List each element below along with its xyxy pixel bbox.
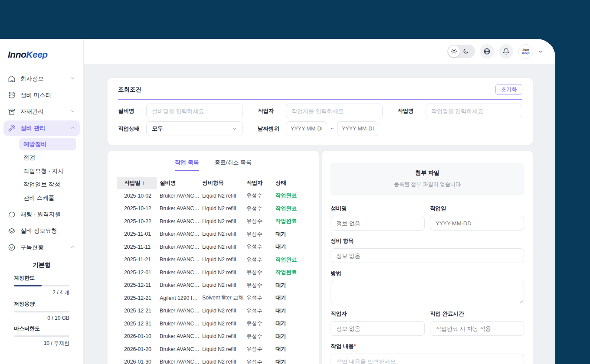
sidebar-item-equipment-info-request[interactable]: 설비 정보요청 (3, 223, 80, 239)
table-row[interactable]: 2025-10-22 Bruker AVANCE III ... Liquid … (117, 215, 310, 228)
cell-maintenance-item: Liquid N2 refill (200, 244, 244, 250)
status-badge: 작업완료 (273, 256, 310, 263)
sidebar-item-subscription[interactable]: 구독현황 (3, 240, 80, 255)
cell-maintenance-item: Liquid N2 refill (200, 282, 244, 288)
detail-equipment-input[interactable] (331, 216, 425, 231)
search-conditions-panel: 조회조건 초기화 설비명 작업자 작업명 (108, 78, 533, 145)
table-row[interactable]: 2025-12-21 Bruker AVANCE III ... Liquid … (117, 305, 310, 318)
job-filter-label: 작업명 (397, 107, 426, 115)
table-row[interactable]: 2025-12-11 Bruker AVANCE III ... Liquid … (117, 279, 310, 292)
detail-method-textarea[interactable] (331, 281, 524, 303)
table-row[interactable]: 2025-12-01 Bruker AVANCE III ... Liquid … (117, 266, 310, 279)
column-header-equipment[interactable]: 설비명 (157, 179, 200, 187)
metric-value: 2 / 4 개 (14, 289, 69, 296)
sidebar: InnoKeep 회사정보 설비 마스터 자재관리 설비 관리 (0, 39, 84, 364)
sidebar-item-label: 설비 마스터 (20, 91, 75, 99)
column-header-work-date-sorted[interactable]: 작업일 ↑ (117, 177, 157, 189)
column-header-status[interactable]: 상태 (273, 179, 310, 187)
sidebar-submenu-item[interactable]: 작업요청 · 지시 (19, 165, 76, 177)
attachments-dropzone[interactable]: 첨부 파일 등록된 첨부 파일이 없습니다 (331, 163, 524, 195)
sidebar-submenu-item[interactable]: 관리 스케줄 (19, 192, 76, 204)
user-menu-button[interactable] (538, 49, 544, 55)
cell-equipment: Bruker AVANCE III ... (157, 359, 200, 364)
subscription-metric: 마스터한도 10 / 무제한 (14, 325, 69, 347)
table-row[interactable]: 2025-10-02 Bruker AVANCE III ... Liquid … (117, 189, 310, 202)
detail-maintenance-item-input[interactable] (331, 248, 524, 263)
subscription-metric: 계정한도 2 / 4 개 (14, 274, 69, 296)
cell-worker: 유성수 (244, 345, 273, 353)
status-filter-label: 작업상태 (118, 125, 146, 133)
table-row[interactable]: 2026-01-10 Bruker AVANCE III ... Liquid … (117, 330, 310, 343)
bell-icon (502, 48, 510, 55)
tools-icon (8, 124, 16, 132)
sidebar-submenu-item[interactable]: 작업일보 작성 (19, 178, 76, 191)
theme-toggle[interactable] (447, 45, 475, 58)
detail-work-content-textarea[interactable] (331, 354, 524, 364)
sidebar-item-equipment-mgmt[interactable]: 설비 관리 (3, 120, 80, 136)
table-row[interactable]: 2025-11-21 Bruker AVANCE III ... Liquid … (117, 254, 310, 266)
metric-value: 10 / 무제한 (14, 340, 69, 347)
cell-equipment: Bruker AVANCE III ... (157, 333, 200, 339)
sidebar-item-chat-remote[interactable]: 채팅 · 원격지원 (3, 207, 80, 222)
table-row[interactable]: 2026-01-30 Bruker AVANCE III ... Liquid … (117, 356, 310, 364)
main-area: Inno Keep 조회조건 초기화 설비명 (84, 39, 555, 364)
detail-complete-time-input[interactable] (430, 321, 524, 336)
table-row[interactable]: 2025-11-11 Bruker AVANCE III ... Liquid … (117, 240, 310, 254)
cell-maintenance-item: Liquid N2 refill (200, 333, 244, 339)
date-from-input[interactable] (286, 121, 327, 136)
tab-work-list[interactable]: 작업 목록 (175, 159, 199, 171)
notifications-button[interactable] (499, 44, 513, 58)
detail-worker-input[interactable] (331, 321, 425, 336)
sidebar-item-material-mgmt[interactable]: 자재관리 (3, 104, 80, 120)
detail-maintenance-item-label: 정비 항목 (331, 237, 524, 245)
cell-worker: 유성수 (244, 243, 273, 250)
status-badge: 대기 (273, 231, 310, 238)
date-range-label: 날짜범위 (258, 125, 286, 133)
status-badge: 작업완료 (273, 269, 310, 276)
table-row[interactable]: 2025-10-12 Bruker AVANCE III ... Liquid … (117, 202, 310, 215)
cell-maintenance-item: Liquid N2 refill (200, 231, 244, 237)
cell-maintenance-item: Liquid N2 refill (200, 359, 244, 364)
metric-value: 0 / 10 GB (14, 315, 69, 321)
job-filter-input[interactable] (426, 104, 522, 118)
status-filter-value: 모두 (152, 125, 163, 133)
table-row[interactable]: 2025-12-21 Agilent 1290 Infinity... Solv… (117, 292, 310, 305)
status-badge: 대기 (273, 307, 310, 315)
status-filter-select[interactable]: 모두 (146, 121, 243, 136)
cell-work-date: 2025-11-21 (117, 257, 157, 263)
column-header-worker[interactable]: 작업자 (244, 179, 273, 187)
worker-filter-input[interactable] (286, 104, 383, 118)
equipment-filter-input[interactable] (146, 104, 243, 118)
topbar: Inno Keep (84, 39, 555, 64)
table-row[interactable]: 2026-01-20 Bruker AVANCE III ... Liquid … (117, 343, 310, 356)
table-row[interactable]: 2025-11-01 Bruker AVANCE III ... Liquid … (117, 228, 310, 241)
dark-mode-button[interactable] (460, 46, 472, 57)
column-header-maintenance-item[interactable]: 정비항목 (200, 179, 244, 187)
light-mode-button[interactable] (448, 46, 460, 57)
cell-worker: 유성수 (244, 320, 273, 327)
metric-progress-bar (14, 285, 69, 286)
subscription-metric: 저장용량 0 / 10 GB (14, 300, 69, 321)
reset-button[interactable]: 초기화 (495, 84, 522, 95)
cell-worker: 유성수 (244, 269, 273, 276)
chevron-down-icon (70, 108, 75, 115)
table-row[interactable]: 2025-12-31 Bruker AVANCE III ... Liquid … (117, 317, 310, 330)
avatar-text-line1: Inno (523, 48, 529, 52)
detail-work-date-input[interactable] (430, 216, 524, 231)
sidebar-submenu-item[interactable]: 점검 (19, 151, 76, 164)
sidebar-item-company-info[interactable]: 회사정보 (3, 71, 80, 87)
sidebar-submenu-label: 예방정비 (23, 140, 47, 148)
date-range-separator: ~ (331, 126, 334, 132)
language-button[interactable] (480, 44, 494, 58)
metric-progress-bar (14, 311, 69, 312)
sidebar-item-label: 구독현황 (20, 244, 65, 251)
sidebar-item-equipment-master[interactable]: 설비 마스터 (3, 88, 80, 103)
sidebar-submenu-label: 관리 스케줄 (23, 194, 54, 202)
tab-closed-cancelled-list[interactable]: 종료/취소 목록 (215, 159, 252, 171)
metric-label: 계정한도 (14, 274, 69, 282)
sidebar-submenu-item[interactable]: 예방정비 (19, 138, 76, 150)
date-to-input[interactable] (337, 121, 378, 136)
sidebar-submenu-label: 작업일보 작성 (23, 181, 60, 188)
sidebar-item-label: 설비 정보요청 (20, 227, 75, 235)
user-avatar[interactable]: Inno Keep (518, 44, 533, 59)
